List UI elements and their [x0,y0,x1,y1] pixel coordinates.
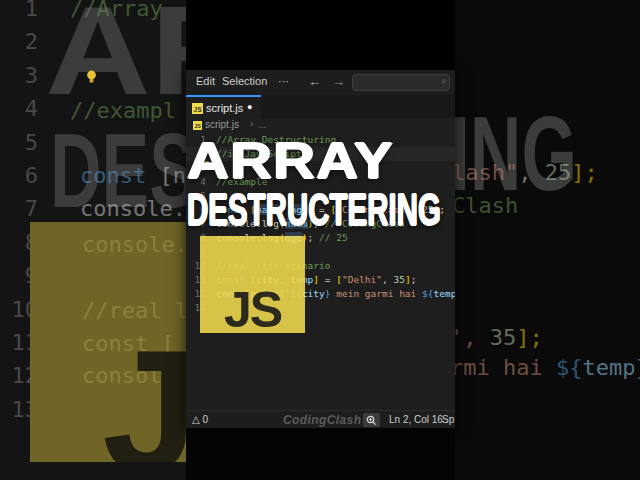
status-bar: △ 0 CodingClash Ln 2, Col 16 Sp [186,410,455,428]
code-token: } [635,355,640,380]
background-code-fragment: console. [80,196,186,221]
background-line-number: 5 [8,126,38,159]
code-token: Clash [455,193,518,218]
nav-forward-icon[interactable]: → [332,74,345,89]
tab-script-js[interactable]: JS script.js ● [186,95,261,120]
code-token: 35 [490,325,517,350]
code-token: temp [582,355,635,380]
warning-icon: △ [192,414,200,425]
zoom-indicator[interactable] [363,413,380,427]
indent-indicator-truncated[interactable]: Sp [442,414,454,425]
code-token: lash" [455,160,518,185]
code-token: ${ [556,355,583,380]
js-file-icon: JS [192,103,203,114]
code-token: = [319,274,336,285]
background-code-fragment: //Array [70,0,163,21]
breadcrumb-file[interactable]: script.js [205,119,239,130]
search-icon: ⌕ [441,75,447,87]
background-line-number: 1 [8,0,38,25]
js-file-icon: JS [193,121,202,130]
code-token: ', [455,325,490,350]
background-giant-title-right: ING [455,101,577,206]
code-token: [n [146,163,186,188]
warnings-indicator[interactable]: △ 0 [192,414,208,425]
background-through-code: console. [82,232,186,257]
tab-modified-dot-icon[interactable]: ● [247,102,252,112]
menu-overflow-icon[interactable]: ··· [278,75,289,87]
code-token: , [382,274,393,285]
command-center-search[interactable]: ⌕ [352,74,450,91]
background-code-fragment: const [n [80,163,186,188]
watermark-codingclash: CodingClash [283,413,361,427]
tab-bar: JS script.js ● [186,95,455,118]
background-code-fragment: lash", 25]; [455,160,598,185]
chevron-right-icon: › [250,118,253,129]
code-token: ]; [571,160,598,185]
background-line-number: 7 [8,192,38,225]
shorts-video-frame: 12345678910111213 ARR //Array //exampl D… [0,0,640,480]
menu-item-selection[interactable]: Selection [222,75,267,87]
background-line-number: 6 [8,159,38,192]
code-token: ${ [422,288,433,299]
background-lightbulb-icon [86,70,97,84]
background-code-fragment: Clash [455,193,518,218]
code-token: 35 [393,274,404,285]
js-logo-letters: JS [224,287,281,333]
menu-bar: Edit Selection ··· ← → ⌕ [186,70,455,95]
code-token: ; [411,274,417,285]
cursor-position-indicator[interactable]: Ln 2, Col 16 [389,414,443,425]
code-token: , [518,160,545,185]
background-line-number: 4 [8,92,38,125]
background-js-logo-letters: JS [102,324,186,462]
code-token: ]; [516,325,543,350]
background-code-left: 12345678910111213 ARR //Array //exampl D… [0,0,186,480]
overlay-title-line2: DESTRUCTERING [187,188,441,232]
background-line-number: 3 [8,59,38,92]
background-js-logo: console. //real l const [ console JS [30,222,186,462]
breadcrumb-more[interactable]: ... [258,119,266,130]
code-token: //Array [70,0,163,21]
background-line-number: 2 [8,25,38,58]
code-token: city [302,288,325,299]
background-code-fragment: rmi hai ${temp} [455,355,640,380]
warning-count: 0 [202,414,208,425]
tab-label: script.js [206,102,243,114]
code-token: console. [80,196,186,221]
menu-item-edit[interactable]: Edit [196,75,215,87]
code-token: 25 [545,160,572,185]
code-token: temp [433,288,455,299]
background-code-fragment: ', 35]; [455,325,543,350]
nav-back-icon[interactable]: ← [308,74,321,89]
code-token: "Delhi" [342,274,382,285]
code-token: mein garmi hai [331,288,423,299]
breadcrumb[interactable]: JS script.js › ... [186,118,455,133]
overlay-title-line1: ARRAY [187,136,394,186]
code-token: const [80,163,146,188]
js-logo-badge: JS [200,236,305,333]
code-token: rmi hai [455,355,556,380]
background-code-right: ING lash", 25]; Clash ', 35]; rmi hai ${… [455,0,640,480]
